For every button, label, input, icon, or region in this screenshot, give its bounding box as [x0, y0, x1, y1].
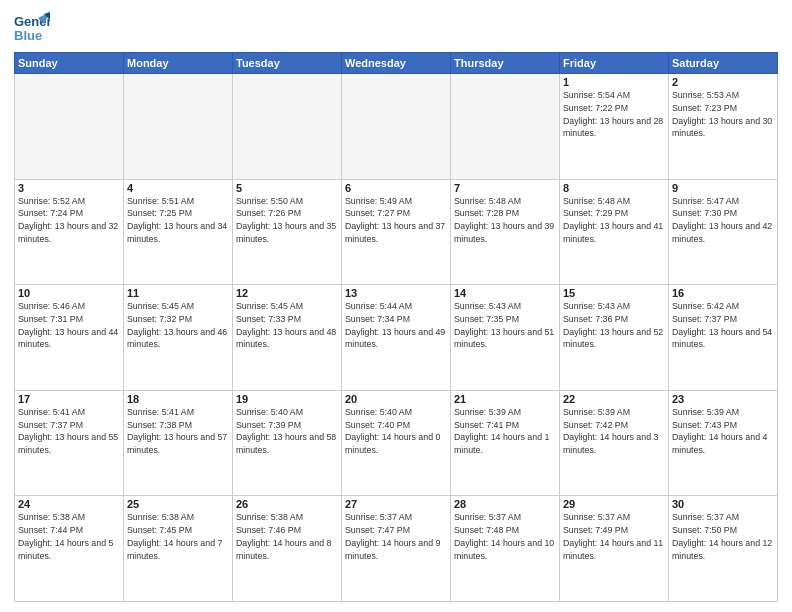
calendar-cell: 21Sunrise: 5:39 AMSunset: 7:41 PMDayligh… — [451, 390, 560, 496]
calendar-cell: 14Sunrise: 5:43 AMSunset: 7:35 PMDayligh… — [451, 285, 560, 391]
day-info: Sunrise: 5:42 AMSunset: 7:37 PMDaylight:… — [672, 300, 774, 351]
calendar-cell: 11Sunrise: 5:45 AMSunset: 7:32 PMDayligh… — [124, 285, 233, 391]
day-info: Sunrise: 5:40 AMSunset: 7:39 PMDaylight:… — [236, 406, 338, 457]
calendar-cell — [451, 74, 560, 180]
day-info: Sunrise: 5:39 AMSunset: 7:43 PMDaylight:… — [672, 406, 774, 457]
calendar-cell: 13Sunrise: 5:44 AMSunset: 7:34 PMDayligh… — [342, 285, 451, 391]
day-info: Sunrise: 5:51 AMSunset: 7:25 PMDaylight:… — [127, 195, 229, 246]
day-info: Sunrise: 5:37 AMSunset: 7:48 PMDaylight:… — [454, 511, 556, 562]
day-number: 14 — [454, 287, 556, 299]
calendar-cell: 8Sunrise: 5:48 AMSunset: 7:29 PMDaylight… — [560, 179, 669, 285]
calendar-day-header: Friday — [560, 53, 669, 74]
calendar-cell: 18Sunrise: 5:41 AMSunset: 7:38 PMDayligh… — [124, 390, 233, 496]
day-number: 26 — [236, 498, 338, 510]
day-info: Sunrise: 5:46 AMSunset: 7:31 PMDaylight:… — [18, 300, 120, 351]
day-number: 4 — [127, 182, 229, 194]
day-info: Sunrise: 5:37 AMSunset: 7:50 PMDaylight:… — [672, 511, 774, 562]
page: General Blue SundayMondayTuesdayWednesda… — [0, 0, 792, 612]
day-number: 16 — [672, 287, 774, 299]
day-number: 18 — [127, 393, 229, 405]
day-info: Sunrise: 5:45 AMSunset: 7:33 PMDaylight:… — [236, 300, 338, 351]
day-number: 28 — [454, 498, 556, 510]
calendar-cell: 23Sunrise: 5:39 AMSunset: 7:43 PMDayligh… — [669, 390, 778, 496]
day-info: Sunrise: 5:37 AMSunset: 7:47 PMDaylight:… — [345, 511, 447, 562]
day-info: Sunrise: 5:41 AMSunset: 7:37 PMDaylight:… — [18, 406, 120, 457]
calendar-cell: 2Sunrise: 5:53 AMSunset: 7:23 PMDaylight… — [669, 74, 778, 180]
day-number: 20 — [345, 393, 447, 405]
calendar-day-header: Monday — [124, 53, 233, 74]
svg-text:Blue: Blue — [14, 28, 42, 43]
day-info: Sunrise: 5:38 AMSunset: 7:46 PMDaylight:… — [236, 511, 338, 562]
day-number: 11 — [127, 287, 229, 299]
day-info: Sunrise: 5:38 AMSunset: 7:45 PMDaylight:… — [127, 511, 229, 562]
day-info: Sunrise: 5:47 AMSunset: 7:30 PMDaylight:… — [672, 195, 774, 246]
calendar-cell: 27Sunrise: 5:37 AMSunset: 7:47 PMDayligh… — [342, 496, 451, 602]
day-number: 6 — [345, 182, 447, 194]
day-number: 7 — [454, 182, 556, 194]
day-info: Sunrise: 5:41 AMSunset: 7:38 PMDaylight:… — [127, 406, 229, 457]
day-info: Sunrise: 5:43 AMSunset: 7:36 PMDaylight:… — [563, 300, 665, 351]
day-info: Sunrise: 5:48 AMSunset: 7:29 PMDaylight:… — [563, 195, 665, 246]
day-number: 24 — [18, 498, 120, 510]
calendar-cell — [15, 74, 124, 180]
day-number: 5 — [236, 182, 338, 194]
day-number: 13 — [345, 287, 447, 299]
day-number: 25 — [127, 498, 229, 510]
calendar-cell: 20Sunrise: 5:40 AMSunset: 7:40 PMDayligh… — [342, 390, 451, 496]
day-info: Sunrise: 5:38 AMSunset: 7:44 PMDaylight:… — [18, 511, 120, 562]
day-number: 2 — [672, 76, 774, 88]
day-info: Sunrise: 5:39 AMSunset: 7:41 PMDaylight:… — [454, 406, 556, 457]
day-info: Sunrise: 5:40 AMSunset: 7:40 PMDaylight:… — [345, 406, 447, 457]
day-info: Sunrise: 5:43 AMSunset: 7:35 PMDaylight:… — [454, 300, 556, 351]
calendar-cell: 29Sunrise: 5:37 AMSunset: 7:49 PMDayligh… — [560, 496, 669, 602]
day-info: Sunrise: 5:53 AMSunset: 7:23 PMDaylight:… — [672, 89, 774, 140]
day-info: Sunrise: 5:45 AMSunset: 7:32 PMDaylight:… — [127, 300, 229, 351]
calendar-day-header: Wednesday — [342, 53, 451, 74]
calendar-day-header: Thursday — [451, 53, 560, 74]
calendar-cell: 30Sunrise: 5:37 AMSunset: 7:50 PMDayligh… — [669, 496, 778, 602]
calendar-header-row: SundayMondayTuesdayWednesdayThursdayFrid… — [15, 53, 778, 74]
day-number: 3 — [18, 182, 120, 194]
calendar-cell: 24Sunrise: 5:38 AMSunset: 7:44 PMDayligh… — [15, 496, 124, 602]
day-number: 30 — [672, 498, 774, 510]
day-number: 10 — [18, 287, 120, 299]
calendar-week-row: 1Sunrise: 5:54 AMSunset: 7:22 PMDaylight… — [15, 74, 778, 180]
day-number: 19 — [236, 393, 338, 405]
calendar-table: SundayMondayTuesdayWednesdayThursdayFrid… — [14, 52, 778, 602]
calendar-cell: 19Sunrise: 5:40 AMSunset: 7:39 PMDayligh… — [233, 390, 342, 496]
calendar-day-header: Tuesday — [233, 53, 342, 74]
day-number: 17 — [18, 393, 120, 405]
calendar-day-header: Saturday — [669, 53, 778, 74]
day-number: 27 — [345, 498, 447, 510]
logo: General Blue — [14, 10, 52, 46]
calendar-cell — [233, 74, 342, 180]
day-number: 9 — [672, 182, 774, 194]
day-info: Sunrise: 5:50 AMSunset: 7:26 PMDaylight:… — [236, 195, 338, 246]
day-number: 8 — [563, 182, 665, 194]
day-number: 23 — [672, 393, 774, 405]
day-info: Sunrise: 5:48 AMSunset: 7:28 PMDaylight:… — [454, 195, 556, 246]
calendar-cell — [124, 74, 233, 180]
calendar-cell: 26Sunrise: 5:38 AMSunset: 7:46 PMDayligh… — [233, 496, 342, 602]
day-number: 12 — [236, 287, 338, 299]
calendar-cell: 12Sunrise: 5:45 AMSunset: 7:33 PMDayligh… — [233, 285, 342, 391]
calendar-cell: 1Sunrise: 5:54 AMSunset: 7:22 PMDaylight… — [560, 74, 669, 180]
calendar-cell: 25Sunrise: 5:38 AMSunset: 7:45 PMDayligh… — [124, 496, 233, 602]
day-info: Sunrise: 5:44 AMSunset: 7:34 PMDaylight:… — [345, 300, 447, 351]
calendar-cell: 16Sunrise: 5:42 AMSunset: 7:37 PMDayligh… — [669, 285, 778, 391]
calendar-week-row: 17Sunrise: 5:41 AMSunset: 7:37 PMDayligh… — [15, 390, 778, 496]
header: General Blue — [14, 10, 778, 46]
calendar-cell: 22Sunrise: 5:39 AMSunset: 7:42 PMDayligh… — [560, 390, 669, 496]
day-info: Sunrise: 5:52 AMSunset: 7:24 PMDaylight:… — [18, 195, 120, 246]
day-number: 21 — [454, 393, 556, 405]
calendar-cell: 9Sunrise: 5:47 AMSunset: 7:30 PMDaylight… — [669, 179, 778, 285]
calendar-cell: 28Sunrise: 5:37 AMSunset: 7:48 PMDayligh… — [451, 496, 560, 602]
calendar-cell: 5Sunrise: 5:50 AMSunset: 7:26 PMDaylight… — [233, 179, 342, 285]
day-info: Sunrise: 5:37 AMSunset: 7:49 PMDaylight:… — [563, 511, 665, 562]
calendar-cell: 4Sunrise: 5:51 AMSunset: 7:25 PMDaylight… — [124, 179, 233, 285]
calendar-cell: 10Sunrise: 5:46 AMSunset: 7:31 PMDayligh… — [15, 285, 124, 391]
day-number: 22 — [563, 393, 665, 405]
calendar-cell: 17Sunrise: 5:41 AMSunset: 7:37 PMDayligh… — [15, 390, 124, 496]
day-info: Sunrise: 5:54 AMSunset: 7:22 PMDaylight:… — [563, 89, 665, 140]
calendar-week-row: 10Sunrise: 5:46 AMSunset: 7:31 PMDayligh… — [15, 285, 778, 391]
